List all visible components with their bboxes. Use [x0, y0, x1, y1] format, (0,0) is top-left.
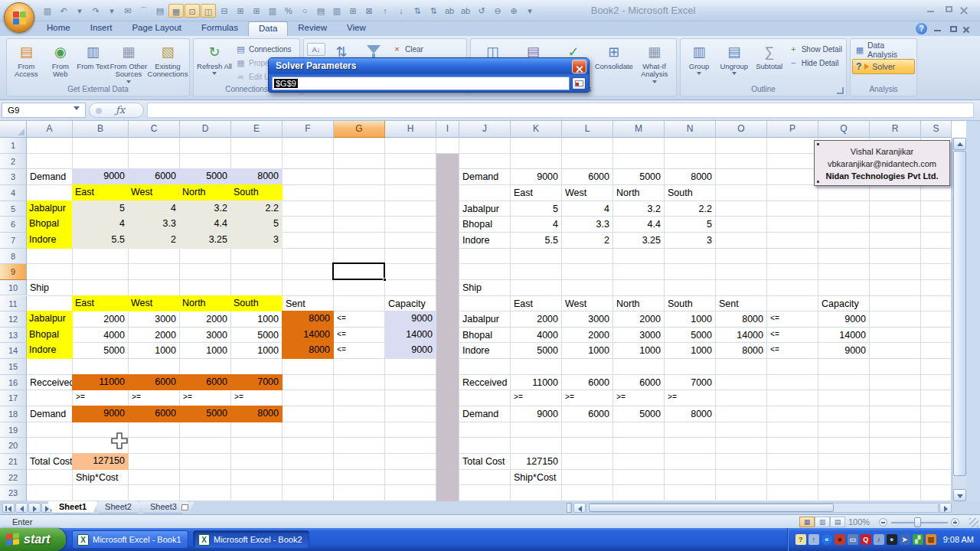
tab-page-layout[interactable]: Page Layout — [122, 21, 191, 36]
cell-D13[interactable]: 3000 — [180, 328, 231, 344]
workbook-restore-button[interactable] — [946, 24, 959, 34]
tab-split-handle[interactable] — [567, 503, 572, 513]
cell-N4[interactable]: South — [665, 185, 716, 201]
network-tray-icon[interactable]: ▞ — [913, 534, 923, 545]
cell-N14[interactable]: 1000 — [665, 343, 716, 359]
updates-tray-icon[interactable]: ↑ — [808, 534, 819, 545]
cell-B6[interactable]: 4 — [72, 216, 129, 233]
cell-M7[interactable]: 3.25 — [613, 233, 665, 249]
start-button[interactable]: start — [0, 528, 66, 551]
cell-D17[interactable]: >= — [180, 390, 231, 406]
horizontal-scrollbar[interactable] — [586, 503, 939, 513]
row-header-10[interactable]: 10 — [0, 280, 27, 296]
cell-E13[interactable]: 5000 — [231, 328, 283, 344]
move-down-icon[interactable]: ↓ — [394, 4, 409, 18]
cell-D5[interactable]: 3.2 — [179, 201, 231, 217]
node-icon[interactable]: ⊞ — [249, 4, 264, 18]
resize-grip[interactable] — [969, 518, 978, 527]
zoom-out-button[interactable] — [879, 518, 887, 527]
cell-B12[interactable]: 2000 — [73, 311, 129, 328]
pointer-tray-icon[interactable]: ➤ — [900, 534, 910, 545]
cell-K7[interactable]: 5.5 — [511, 233, 562, 249]
cell-B16[interactable]: 11000 — [72, 374, 129, 391]
cell-Q11[interactable]: Capacity — [818, 296, 870, 312]
cell-M13[interactable]: 3000 — [613, 328, 665, 344]
column-header-M[interactable]: M — [613, 121, 665, 138]
workbook-minimize-button[interactable] — [930, 24, 943, 34]
cell-K22[interactable]: Ship*Cost — [511, 470, 562, 486]
row-header-17[interactable]: 17 — [0, 390, 27, 406]
cell-A6[interactable]: Bhopal — [26, 216, 73, 233]
notes-tray-icon[interactable]: ▤ — [926, 534, 936, 545]
cell-B4[interactable]: East — [72, 184, 129, 201]
sort-az-button[interactable]: A↓ — [307, 43, 325, 56]
chart-icon[interactable]: ⊟ — [217, 4, 232, 18]
percent-icon[interactable]: % — [281, 4, 296, 18]
from-web-button[interactable]: ◉ From Web — [44, 41, 77, 84]
cell-C6[interactable]: 3.3 — [128, 216, 180, 233]
cell-K4[interactable]: East — [511, 185, 562, 201]
workbook-close-button[interactable] — [962, 24, 975, 34]
row-header-2[interactable]: 2 — [0, 154, 27, 170]
cell-J7[interactable]: Indore — [459, 233, 511, 249]
solver-button[interactable]: ? Solver — [852, 59, 915, 74]
cell-E11[interactable]: South — [230, 295, 283, 312]
row-header-16[interactable]: 16 — [0, 375, 27, 391]
zoom-slider-thumb[interactable] — [914, 517, 921, 527]
cell-B3[interactable]: 9000 — [72, 168, 129, 185]
cell-H13[interactable]: 14000 — [384, 327, 436, 344]
cell-L12[interactable]: 3000 — [562, 311, 613, 328]
cell-M11[interactable]: North — [613, 296, 665, 312]
cell-J18[interactable]: Demand — [459, 406, 511, 422]
row-header-20[interactable]: 20 — [0, 438, 27, 454]
cell-K6[interactable]: 4 — [511, 217, 562, 233]
cell-D18[interactable]: 5000 — [179, 406, 231, 422]
cell-N13[interactable]: 5000 — [665, 328, 716, 344]
insert-columns-icon[interactable]: ▥ — [329, 4, 345, 18]
view-normal-button[interactable]: ▦ — [799, 517, 815, 527]
column-header-R[interactable]: R — [870, 121, 921, 138]
cell-G12[interactable]: <= — [334, 311, 385, 328]
cell-A14[interactable]: Indore — [26, 342, 73, 359]
cell-M17[interactable]: >= — [613, 390, 665, 406]
sheet-icon[interactable]: ▥ — [265, 4, 280, 18]
cell-F13[interactable]: 14000 — [282, 327, 334, 344]
row-header-11[interactable]: 11 — [0, 296, 27, 312]
cell-M18[interactable]: 5000 — [613, 406, 665, 422]
swap-icon[interactable]: ⇅ — [410, 4, 425, 18]
cell-K21[interactable]: 127150 — [511, 454, 562, 470]
save-icon[interactable]: ▥ — [40, 4, 55, 18]
column-header-S[interactable]: S — [921, 121, 952, 138]
from-other-sources-button[interactable]: ▦ From Other Sources — [109, 41, 148, 84]
cell-K3[interactable]: 9000 — [511, 169, 562, 185]
dialog-close-button[interactable] — [572, 60, 586, 73]
cell-E17[interactable]: >= — [231, 390, 283, 406]
cell-N3[interactable]: 8000 — [665, 169, 716, 185]
cell-A18[interactable]: Demand — [27, 406, 73, 422]
view-page-break-button[interactable]: ▤ — [830, 517, 845, 527]
cell-E6[interactable]: 5 — [230, 216, 283, 233]
table-rows-icon[interactable]: ▤ — [152, 4, 168, 18]
cell-J16[interactable]: Recceived — [459, 375, 511, 391]
cell-L18[interactable]: 6000 — [562, 406, 613, 422]
row-header-23[interactable]: 23 — [0, 485, 27, 501]
help-tray-icon[interactable]: ? — [795, 534, 806, 545]
cell-B11[interactable]: East — [72, 295, 129, 312]
cell-D11[interactable]: North — [179, 295, 231, 312]
dialog-title-bar[interactable]: Solver Parameters — [269, 58, 589, 75]
insert-function-area[interactable]: ƒx — [89, 103, 144, 118]
column-header-I[interactable]: I — [436, 121, 459, 138]
column-header-D[interactable]: D — [180, 121, 231, 138]
column-header-Q[interactable]: Q — [818, 121, 870, 138]
cell-M6[interactable]: 4.4 — [613, 217, 665, 233]
cell-C18[interactable]: 6000 — [128, 406, 180, 422]
column-header-A[interactable]: A — [27, 121, 73, 138]
cell-B14[interactable]: 5000 — [73, 343, 129, 359]
cell-A16[interactable]: Recceived — [27, 375, 73, 391]
tab-data[interactable]: Data — [248, 21, 288, 36]
cell-J6[interactable]: Bhopal — [459, 217, 511, 233]
row-header-8[interactable]: 8 — [0, 249, 27, 265]
cell-C14[interactable]: 1000 — [129, 343, 180, 359]
cell-N7[interactable]: 3 — [665, 233, 716, 249]
solver-parameters-dialog[interactable]: Solver Parameters $G$9 — [268, 57, 590, 93]
